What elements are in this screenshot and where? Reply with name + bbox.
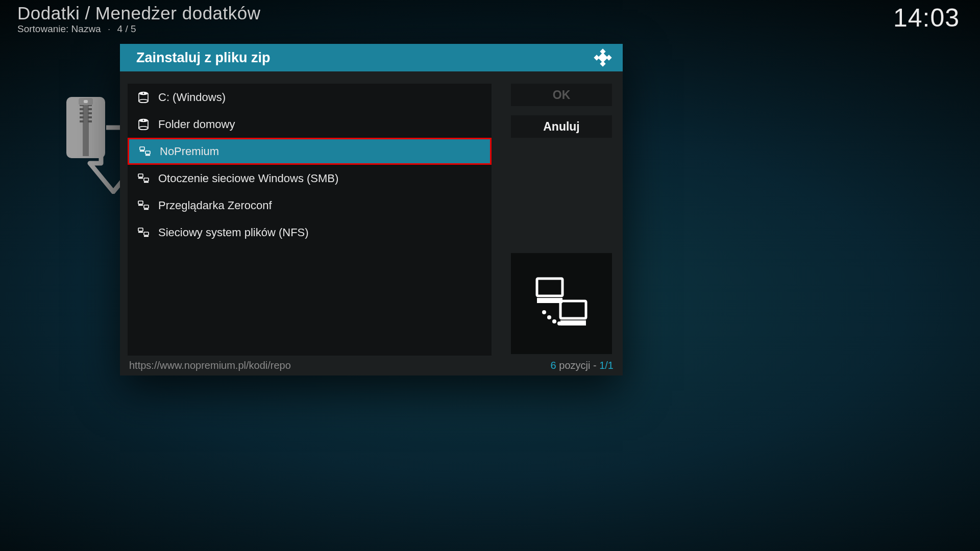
svg-rect-1 bbox=[83, 99, 89, 156]
svg-rect-46 bbox=[560, 320, 586, 325]
list-item-label: Sieciowy system plików (NFS) bbox=[158, 226, 309, 239]
svg-rect-27 bbox=[140, 147, 144, 150]
svg-rect-33 bbox=[144, 178, 149, 181]
svg-rect-15 bbox=[84, 100, 88, 103]
sort-position: 4 / 5 bbox=[117, 23, 136, 34]
svg-rect-29 bbox=[145, 151, 150, 154]
svg-rect-7 bbox=[88, 108, 92, 110]
ok-button[interactable]: OK bbox=[511, 84, 612, 106]
footer-count: 6 pozycji - 1/1 bbox=[551, 360, 614, 371]
svg-rect-39 bbox=[138, 228, 143, 231]
svg-rect-10 bbox=[80, 116, 84, 118]
svg-point-47 bbox=[542, 310, 546, 314]
svg-rect-20 bbox=[598, 53, 608, 63]
svg-rect-13 bbox=[88, 120, 92, 122]
svg-rect-37 bbox=[144, 205, 149, 208]
sort-line: Sortowanie: Nazwa · 4 / 5 bbox=[17, 23, 136, 35]
list-item[interactable]: Przeglądarka Zeroconf bbox=[128, 192, 492, 219]
list-item-label: NoPremium bbox=[160, 145, 219, 158]
svg-rect-41 bbox=[144, 232, 149, 235]
dialog-side-buttons: OK Anuluj bbox=[511, 84, 612, 147]
dialog-header: Zainstaluj z pliku zip bbox=[120, 44, 623, 71]
svg-point-50 bbox=[557, 321, 561, 325]
list-item[interactable]: C: (Windows) bbox=[128, 84, 492, 111]
kodi-logo-icon bbox=[592, 47, 612, 68]
dialog-title: Zainstaluj z pliku zip bbox=[136, 50, 592, 66]
svg-rect-44 bbox=[537, 298, 562, 303]
list-item-label: Przeglądarka Zeroconf bbox=[158, 199, 272, 212]
drive-icon bbox=[137, 91, 150, 104]
list-item[interactable]: Folder domowy bbox=[128, 111, 492, 138]
svg-rect-30 bbox=[145, 155, 150, 156]
preview-thumbnail bbox=[511, 253, 612, 354]
svg-point-25 bbox=[139, 126, 148, 129]
svg-rect-6 bbox=[80, 108, 84, 110]
svg-rect-42 bbox=[144, 236, 149, 237]
svg-point-49 bbox=[552, 319, 556, 323]
network-icon bbox=[137, 228, 150, 238]
separator-dot: · bbox=[108, 23, 110, 34]
svg-rect-12 bbox=[80, 120, 84, 122]
svg-rect-34 bbox=[144, 182, 149, 183]
svg-rect-45 bbox=[560, 301, 586, 318]
svg-point-23 bbox=[143, 92, 144, 94]
svg-rect-43 bbox=[537, 279, 562, 296]
svg-rect-11 bbox=[88, 116, 92, 118]
network-icon bbox=[137, 173, 150, 184]
svg-rect-8 bbox=[80, 112, 84, 114]
sort-label: Sortowanie: Nazwa bbox=[17, 23, 101, 34]
svg-point-22 bbox=[139, 99, 148, 102]
svg-rect-38 bbox=[144, 209, 149, 210]
svg-rect-31 bbox=[138, 174, 143, 177]
list-item[interactable]: Sieciowy system plików (NFS) bbox=[128, 219, 492, 246]
svg-rect-28 bbox=[140, 151, 144, 152]
drive-icon bbox=[137, 118, 150, 131]
network-icon bbox=[138, 146, 152, 157]
footer-count-number: 6 bbox=[551, 360, 556, 371]
list-item-label: Folder domowy bbox=[158, 118, 235, 131]
svg-rect-35 bbox=[138, 201, 143, 204]
list-item[interactable]: Otoczenie sieciowe Windows (SMB) bbox=[128, 165, 492, 192]
source-list: C: (Windows)Folder domowyNoPremiumOtocze… bbox=[128, 84, 492, 356]
list-item-label: C: (Windows) bbox=[158, 91, 226, 104]
footer-count-word: pozycji - bbox=[556, 360, 599, 371]
svg-point-48 bbox=[547, 315, 551, 319]
network-icon bbox=[137, 201, 150, 211]
breadcrumb: Dodatki / Menedżer dodatków bbox=[17, 3, 261, 23]
install-zip-dialog: Zainstaluj z pliku zip C: (Windows)Folde… bbox=[120, 44, 623, 375]
svg-rect-36 bbox=[138, 205, 143, 206]
clock: 14:03 bbox=[893, 3, 960, 33]
svg-point-26 bbox=[143, 119, 144, 121]
footer-path: https://www.nopremium.pl/kodi/repo bbox=[129, 360, 291, 371]
svg-rect-9 bbox=[88, 112, 92, 114]
svg-rect-40 bbox=[138, 232, 143, 233]
list-item[interactable]: NoPremium bbox=[128, 138, 492, 165]
svg-rect-32 bbox=[138, 178, 143, 179]
footer-page: 1/1 bbox=[599, 360, 614, 371]
cancel-button[interactable]: Anuluj bbox=[511, 115, 612, 138]
list-item-label: Otoczenie sieciowe Windows (SMB) bbox=[158, 172, 338, 185]
